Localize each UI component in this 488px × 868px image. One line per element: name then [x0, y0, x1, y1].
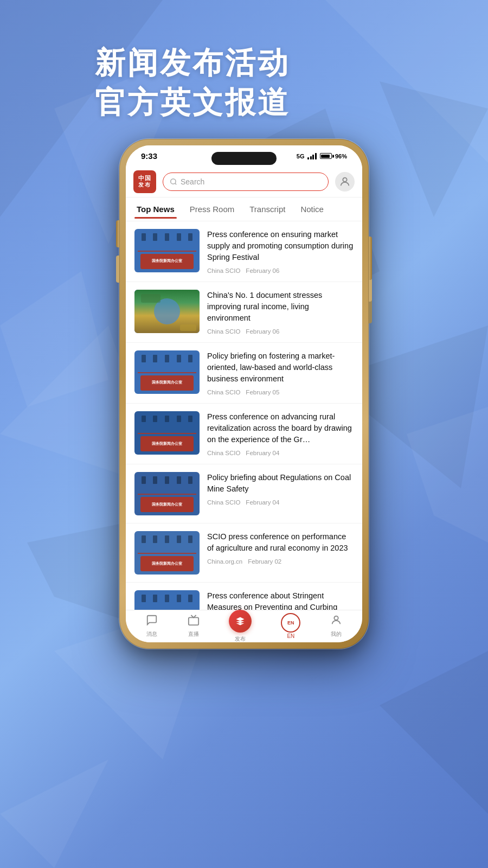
svg-marker-3	[380, 81, 488, 217]
news-thumbnail: 国务院新闻办公室	[134, 229, 200, 272]
title-line1: 新闻发布活动	[95, 43, 393, 83]
news-meta: China SCIO February 04	[207, 499, 354, 506]
nav-en[interactable]: EN EN	[275, 611, 306, 641]
tab-top-news[interactable]: Top News	[134, 200, 177, 218]
svg-point-17	[334, 616, 338, 620]
search-placeholder: Search	[181, 177, 204, 186]
battery-icon	[320, 153, 332, 159]
news-title: China's No. 1 document stresses improvin…	[207, 290, 354, 324]
svg-rect-16	[188, 618, 198, 626]
news-item[interactable]: 国务院新闻办公室 Press conference on ensuring ma…	[126, 221, 362, 282]
signal-bar-3	[312, 155, 314, 159]
svg-marker-7	[380, 651, 488, 814]
battery-fill	[321, 155, 330, 158]
search-icon	[170, 178, 177, 186]
news-title: Press conference on ensuring market supp…	[207, 229, 354, 263]
avatar-button[interactable]	[335, 172, 355, 192]
publish-icon	[235, 616, 245, 626]
status-time: 9:33	[141, 151, 157, 161]
phone-notch	[211, 152, 277, 165]
news-content: Press conference on advancing rural revi…	[207, 411, 354, 456]
tab-bar: Top News Press Room Transcript Notice	[126, 197, 362, 221]
news-content: SCIO press conference on performance of …	[207, 531, 354, 565]
nav-live-label: 直播	[188, 630, 199, 638]
news-meta: China SCIO February 06	[207, 328, 354, 335]
news-thumbnail: 国务院新闻办公室	[134, 590, 200, 610]
news-list: 国务院新闻办公室 Press conference on ensuring ma…	[126, 221, 362, 610]
en-badge-label: EN	[287, 620, 294, 626]
news-title: Press conference on advancing rural revi…	[207, 411, 354, 445]
tab-notice[interactable]: Notice	[298, 200, 326, 218]
news-content: Policy briefing about Regulations on Coa…	[207, 472, 354, 506]
news-title: Policy briefing on fostering a market-or…	[207, 350, 354, 385]
live-icon	[188, 614, 200, 629]
avatar-icon	[339, 176, 351, 188]
news-meta: China SCIO February 05	[207, 389, 354, 395]
svg-line-14	[175, 183, 177, 185]
nav-en-label: EN	[287, 633, 294, 639]
news-date: February 02	[248, 558, 281, 565]
tab-press-room[interactable]: Press Room	[188, 200, 237, 218]
news-content: China's No. 1 document stresses improvin…	[207, 290, 354, 335]
news-date: February 04	[246, 499, 279, 506]
news-thumbnail: 国务院新闻办公室	[134, 531, 200, 575]
news-source: China SCIO	[207, 267, 240, 274]
signal-bar-2	[310, 156, 312, 159]
news-date: February 04	[246, 450, 279, 456]
status-icons: 5G 96%	[297, 153, 347, 159]
nav-publish-label: 发布	[235, 635, 246, 642]
title-line2: 官方英文报道	[95, 83, 393, 123]
svg-marker-8	[0, 760, 108, 868]
app-logo[interactable]: 中国 发布	[133, 170, 156, 193]
news-source: China SCIO	[207, 328, 240, 335]
network-indicator: 5G	[297, 153, 305, 159]
battery-percent: 96%	[335, 153, 347, 159]
news-title: Policy briefing about Regulations on Coa…	[207, 472, 354, 495]
news-meta: China.org.cn February 02	[207, 558, 354, 565]
news-date: February 05	[246, 389, 279, 395]
signal-bar-4	[315, 153, 317, 159]
news-item[interactable]: 国务院新闻办公室 Policy briefing on fostering a …	[126, 343, 362, 404]
mine-icon	[330, 614, 342, 629]
news-thumbnail: 国务院新闻办公室	[134, 350, 200, 394]
news-item[interactable]: 国务院新闻办公室 SCIO press conference on perfor…	[126, 524, 362, 583]
svg-marker-11	[407, 407, 488, 542]
svg-marker-10	[0, 271, 108, 407]
nav-publish[interactable]: 发布	[223, 608, 257, 642]
news-source: China.org.cn	[207, 558, 242, 565]
signal-bar-1	[307, 157, 309, 159]
news-title: SCIO press conference on performance of …	[207, 531, 354, 554]
news-content: Policy briefing on fostering a market-or…	[207, 350, 354, 395]
news-thumbnail: 国务院新闻办公室	[134, 411, 200, 455]
svg-point-13	[171, 179, 176, 184]
nav-mine[interactable]: 我的	[325, 612, 348, 640]
nav-messages[interactable]: 消息	[140, 612, 163, 640]
nav-messages-label: 消息	[146, 630, 157, 638]
search-bar[interactable]: Search	[163, 173, 329, 191]
tab-transcript[interactable]: Transcript	[247, 200, 287, 218]
news-thumbnail	[134, 290, 200, 333]
phone-mockup: 9:33 5G 96%	[119, 139, 369, 649]
logo-text-top: 中国	[138, 175, 151, 181]
news-item[interactable]: China's No. 1 document stresses improvin…	[126, 282, 362, 343]
svg-point-15	[343, 178, 346, 182]
en-badge[interactable]: EN	[281, 613, 300, 633]
news-item[interactable]: 国务院新闻办公室 Press conference about Stringen…	[126, 583, 362, 610]
news-date: February 06	[246, 267, 279, 274]
logo-text-bottom: 发布	[138, 181, 151, 189]
news-item[interactable]: 国务院新闻办公室 Press conference on advancing r…	[126, 404, 362, 464]
background-title: 新闻发布活动 官方英文报道	[95, 43, 393, 123]
news-item[interactable]: 国务院新闻办公室 Policy briefing about Regulatio…	[126, 464, 362, 524]
news-meta: China SCIO February 04	[207, 450, 354, 456]
bottom-nav: 消息 直播	[126, 610, 362, 642]
nav-live[interactable]: 直播	[182, 612, 205, 640]
nav-mine-label: 我的	[331, 630, 342, 638]
publish-button[interactable]	[229, 610, 252, 633]
messages-icon	[146, 614, 158, 629]
news-meta: China SCIO February 06	[207, 267, 354, 274]
news-title: Press conference about Stringent Measure…	[207, 590, 354, 610]
news-thumbnail: 国务院新闻办公室	[134, 472, 200, 515]
news-content: Press conference about Stringent Measure…	[207, 590, 354, 610]
news-source: China SCIO	[207, 389, 240, 395]
news-source: China SCIO	[207, 499, 240, 506]
